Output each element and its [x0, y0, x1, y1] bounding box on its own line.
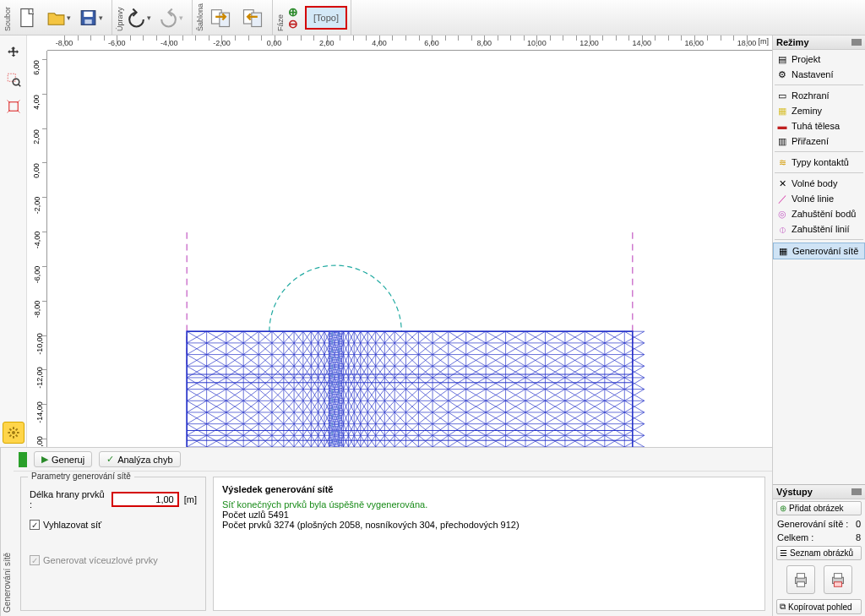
svg-rect-11: [8, 102, 18, 112]
svg-point-16: [12, 431, 15, 434]
svg-rect-2: [84, 11, 92, 16]
mode-zahusteni-bodu[interactable]: ◎Zahuštění bodů: [773, 206, 865, 221]
mode-projekt[interactable]: ▤Projekt: [773, 52, 865, 67]
svg-line-12: [7, 101, 9, 103]
result-success: Síť konečných prvků byla úspěšně vygener…: [222, 499, 756, 510]
open-file-button[interactable]: ▾: [45, 3, 75, 33]
mode-tuha-telesa[interactable]: ▬Tuhá tělesa: [773, 118, 865, 134]
dense-point-icon: ◎: [776, 208, 788, 220]
chevron-down-icon: ▾: [99, 14, 106, 22]
mesh-result-box: Výsledek generování sítě Síť konečných p…: [213, 477, 765, 611]
group-label-template: Šablona: [196, 2, 204, 33]
edge-unit: [m]: [184, 494, 197, 504]
template-in-button[interactable]: [205, 3, 236, 33]
add-image-button[interactable]: ⊕Přidat obrázek: [776, 501, 862, 515]
group-label-file: Soubor: [3, 2, 12, 33]
bottom-panel-label: Generování sítě: [0, 448, 14, 616]
collapse-icon[interactable]: [851, 39, 862, 46]
remove-phase-button[interactable]: ⊖: [288, 18, 298, 30]
mesh-params-title: Parametry generování sítě: [28, 472, 134, 481]
redo-button[interactable]: ▾: [157, 3, 188, 33]
svg-line-15: [17, 111, 19, 113]
canvas-area: [m] -8,00-6,00-4,00-2,000,002,004,006,00…: [27, 35, 772, 447]
doc-icon: ▤: [776, 53, 788, 65]
mesh-icon: ▦: [777, 245, 789, 257]
group-label-phase: Fáze: [276, 2, 285, 33]
svg-line-23: [9, 435, 11, 437]
image-list-button[interactable]: ☰Seznam obrázků: [776, 546, 862, 560]
svg-rect-8: [8, 74, 15, 81]
output-count-total: Celkem :8: [773, 531, 865, 544]
svg-line-22: [15, 435, 17, 437]
outputs-header: Výstupy: [773, 485, 865, 499]
svg-point-9: [13, 79, 19, 85]
mode-volne-linie[interactable]: ／Volné linie: [773, 191, 865, 206]
svg-rect-3177: [834, 582, 841, 587]
svg-line-21: [9, 428, 11, 430]
outputs-header-label: Výstupy: [776, 487, 813, 497]
new-file-button[interactable]: [13, 3, 43, 33]
analyze-errors-button[interactable]: ✓Analýza chyb: [99, 451, 180, 467]
template-out-button[interactable]: [237, 3, 268, 33]
mode-nastaveni[interactable]: ⚙Nastavení: [773, 67, 865, 82]
svg-rect-3173: [797, 574, 804, 579]
svg-rect-3171: [329, 331, 342, 447]
ruler-horizontal: [m] -8,00-6,00-4,00-2,000,002,004,006,00…: [47, 35, 772, 51]
zoom-area-tool[interactable]: [3, 68, 24, 90]
assign-icon: ▥: [776, 135, 788, 147]
mode-prirazeni[interactable]: ▥Přiřazení: [773, 134, 865, 149]
svg-line-13: [17, 101, 19, 103]
checkbox-icon: ✓: [30, 555, 40, 565]
plus-image-icon: ⊕: [780, 504, 786, 513]
gear-icon: ⚙: [776, 68, 788, 80]
smooth-mesh-checkbox[interactable]: ✓ Vyhlazovat síť: [30, 520, 101, 530]
mesh-params-group: Parametry generování sítě Délka hrany pr…: [20, 477, 206, 611]
svg-rect-3: [84, 19, 91, 24]
mode-volne-body[interactable]: ✕Volné body: [773, 176, 865, 191]
topo-tab[interactable]: [Topo]: [305, 6, 347, 30]
zoom-fit-tool[interactable]: [3, 95, 24, 117]
top-toolbar: Soubor ▾ ▾ Úpravy ▾ ▾ Šablona: [0, 0, 865, 35]
save-file-button[interactable]: ▾: [77, 3, 107, 33]
soil-icon: ▦: [776, 105, 788, 117]
undo-button[interactable]: ▾: [125, 3, 155, 33]
check-icon: ✓: [106, 454, 114, 465]
chevron-down-icon: ▾: [147, 14, 155, 22]
right-panel: Režimy ▤Projekt ⚙Nastavení ▭Rozhraní ▦Ze…: [772, 35, 865, 616]
point-icon: ✕: [776, 177, 788, 189]
bottom-tabs: ▶Generuj ✓Analýza chyb: [14, 448, 772, 472]
chevron-down-icon: ▾: [67, 14, 74, 22]
collapse-icon[interactable]: [851, 488, 862, 495]
output-count-mesh: Generování sítě :0: [773, 517, 865, 531]
generate-button[interactable]: ▶Generuj: [34, 451, 92, 467]
print-button[interactable]: [786, 565, 815, 594]
chevron-down-icon: ▾: [179, 14, 187, 22]
result-title: Výsledek generování sítě: [222, 484, 756, 494]
modes-list: ▤Projekt ⚙Nastavení ▭Rozhraní ▦Zeminy ▬T…: [773, 50, 865, 261]
edge-length-label: Délka hrany prvků :: [30, 489, 106, 510]
line-icon: ／: [776, 193, 788, 204]
drawing-viewport[interactable]: [47, 51, 772, 447]
svg-rect-3174: [797, 582, 804, 587]
result-line: Počet uzlů 5491: [222, 510, 756, 520]
print-pdf-button[interactable]: [824, 565, 852, 594]
modes-header: Režimy: [773, 35, 865, 50]
mode-zahusteni-linii[interactable]: ⦶Zahuštění linií: [773, 221, 865, 237]
mode-kontakty[interactable]: ≋Typy kontaktů: [773, 155, 865, 170]
copy-view-button[interactable]: ⧉Kopírovat pohled: [776, 599, 862, 614]
mode-generovani-site[interactable]: ▦Generování sítě: [773, 243, 865, 259]
rigid-icon: ▬: [776, 120, 788, 132]
dense-line-icon: ⦶: [776, 223, 788, 235]
add-phase-button[interactable]: ⊕: [288, 6, 298, 18]
multinode-checkbox[interactable]: ✓ Generovat víceuzlové prvky: [30, 555, 158, 565]
mode-rozhrani[interactable]: ▭Rozhraní: [773, 88, 865, 103]
contact-icon: ≋: [776, 156, 788, 168]
edge-length-input[interactable]: [112, 492, 179, 507]
checkbox-icon: ✓: [30, 520, 40, 530]
list-icon: ☰: [780, 548, 787, 558]
settings-gear-button[interactable]: [3, 422, 24, 444]
svg-rect-3176: [834, 574, 841, 579]
mode-zeminy[interactable]: ▦Zeminy: [773, 103, 865, 118]
pan-tool[interactable]: [3, 41, 24, 63]
play-icon: ▶: [41, 454, 48, 465]
